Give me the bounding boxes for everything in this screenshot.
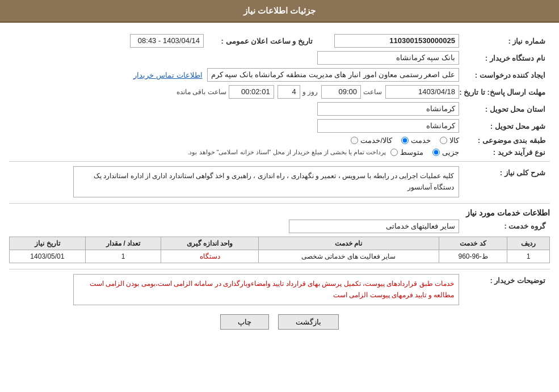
creator-link[interactable]: اطلاعات تماس خریدار xyxy=(133,71,202,79)
col-header-name: نام خدمت xyxy=(258,237,439,250)
category-option-kala-khedmat-label: کالا/خدمت xyxy=(360,136,392,145)
table-row: 1 ط-96-960 سایر فعالیت های خدماتی شخصی د… xyxy=(10,250,550,263)
process-note: پرداخت تمام یا بخشی از مبلغ خریدار از مح… xyxy=(187,149,386,156)
province-label: استان محل تحویل : xyxy=(459,105,550,113)
deadline-remain: 00:02:01 xyxy=(229,85,274,99)
col-header-code: کد خدمت xyxy=(439,237,507,250)
process-radio-motavaset[interactable] xyxy=(390,149,398,156)
process-option-jozi-label: جزیی xyxy=(442,148,459,157)
announce-label: تاریخ و ساعت اعلان عمومی : xyxy=(204,37,317,45)
cell-code: ط-96-960 xyxy=(439,250,507,263)
col-header-date: تاریخ نیاز xyxy=(10,237,86,250)
col-header-qty: تعداد / مقدار xyxy=(85,237,161,250)
col-header-unit: واحد اندازه گیری xyxy=(161,237,258,250)
category-option-khedmat-label: خدمت xyxy=(411,136,431,145)
category-label: طبقه بندی موضوعی : xyxy=(459,136,550,145)
print-button[interactable]: چاپ xyxy=(220,314,269,330)
page-title: جزئیات اطلاعات نیاز xyxy=(243,6,316,15)
footer-buttons: بازگشت چاپ xyxy=(9,314,550,330)
cell-unit: دستگاه xyxy=(161,250,258,263)
process-option-jozi[interactable]: جزیی xyxy=(432,148,459,157)
description-label: شرح کلی نیاز : xyxy=(459,166,550,177)
process-option-motavaset[interactable]: متوسط xyxy=(390,148,423,157)
process-radio-group: متوسط جزیی xyxy=(390,148,459,157)
requester-org-label: نام دستگاه خریدار : xyxy=(459,54,550,62)
services-section-title: اطلاعات خدمات مورد نیاز xyxy=(9,208,550,217)
need-number-label: شماره نیاز : xyxy=(459,37,550,45)
deadline-time: 09:00 xyxy=(321,85,361,99)
cell-qty: 1 xyxy=(85,250,161,263)
back-button[interactable]: بازگشت xyxy=(278,314,339,330)
category-radio-kala[interactable] xyxy=(440,137,447,144)
buyer-notes-value: خدمات طبق قراردادهای پیوست، تکمیل پرسش ب… xyxy=(73,274,459,305)
deadline-time-label: ساعت xyxy=(363,88,382,96)
requester-org-value: بانک سپه کرمانشاه xyxy=(317,51,459,65)
announce-value: 1403/04/14 - 08:43 xyxy=(130,34,204,48)
category-option-kala-khedmat[interactable]: کالا/خدمت xyxy=(351,136,392,145)
creator-label: ایجاد کننده درخواست : xyxy=(459,71,550,79)
buyer-notes-label: توضیحات خریدار : xyxy=(459,274,550,285)
page-header: جزئیات اطلاعات نیاز xyxy=(0,0,559,23)
category-option-kala[interactable]: کالا xyxy=(440,136,459,145)
cell-name: سایر فعالیت های خدماتی شخصی xyxy=(258,250,439,263)
process-option-motavaset-label: متوسط xyxy=(400,148,423,157)
process-label: نوع فرآیند خرید : xyxy=(459,148,550,157)
deadline-days-label: روز و xyxy=(302,88,318,96)
category-radio-khedmat[interactable] xyxy=(401,137,409,144)
process-radio-jozi[interactable] xyxy=(432,149,440,156)
province-value: کرمانشاه xyxy=(317,102,459,116)
cell-date: 1403/05/01 xyxy=(10,250,86,263)
group-value: سایر فعالیتهای خدماتی xyxy=(289,220,459,233)
need-number-value: 1103001530000025 xyxy=(334,34,459,48)
deadline-label: مهلت ارسال پاسخ: تا تاریخ : xyxy=(459,88,550,96)
deadline-date: 1403/04/18 xyxy=(385,85,459,99)
cell-row: 1 xyxy=(507,250,550,263)
services-table: ردیف کد خدمت نام خدمت واحد اندازه گیری ت… xyxy=(9,237,550,263)
group-label: گروه خدمت : xyxy=(459,222,550,230)
description-value: کلیه عملیات اجرایی در رابطه با سرویس ، ت… xyxy=(73,166,459,197)
category-radio-group: کالا/خدمت خدمت کالا xyxy=(351,136,459,145)
creator-value: علی اصغر رستمی معاون امور انبار های مدیر… xyxy=(207,68,459,82)
category-option-khedmat[interactable]: خدمت xyxy=(401,136,431,145)
col-header-row: ردیف xyxy=(507,237,550,250)
city-value: کرمانشاه xyxy=(317,119,459,133)
category-option-kala-label: کالا xyxy=(449,136,459,145)
deadline-days: 4 xyxy=(278,85,300,99)
deadline-remain-label: ساعت باقی مانده xyxy=(176,88,226,96)
city-label: شهر محل تحویل : xyxy=(459,122,550,130)
category-radio-kala-khedmat[interactable] xyxy=(351,137,358,144)
